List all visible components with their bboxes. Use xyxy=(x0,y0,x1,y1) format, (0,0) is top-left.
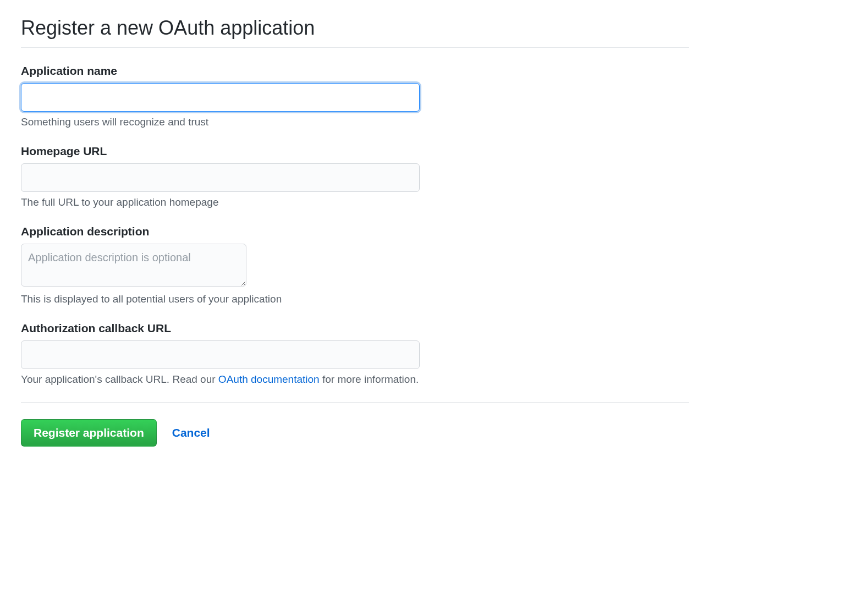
field-homepage-url: Homepage URL The full URL to your applic… xyxy=(21,145,689,208)
homepage-url-label: Homepage URL xyxy=(21,145,689,158)
page-title: Register a new OAuth application xyxy=(21,16,689,48)
callback-url-help-prefix: Your application's callback URL. Read ou… xyxy=(21,373,218,385)
homepage-url-help: The full URL to your application homepag… xyxy=(21,196,689,208)
homepage-url-input[interactable] xyxy=(21,163,420,192)
field-application-description: Application description This is displaye… xyxy=(21,225,689,305)
cancel-button[interactable]: Cancel xyxy=(172,426,210,439)
oauth-documentation-link[interactable]: OAuth documentation xyxy=(218,373,320,385)
application-name-label: Application name xyxy=(21,64,689,78)
application-name-input[interactable] xyxy=(21,83,420,112)
application-description-textarea[interactable] xyxy=(21,244,246,287)
field-callback-url: Authorization callback URL Your applicat… xyxy=(21,322,689,386)
register-application-button[interactable]: Register application xyxy=(21,419,157,447)
callback-url-input[interactable] xyxy=(21,340,420,369)
application-description-label: Application description xyxy=(21,225,689,238)
field-application-name: Application name Something users will re… xyxy=(21,64,689,128)
callback-url-label: Authorization callback URL xyxy=(21,322,689,335)
application-description-help: This is displayed to all potential users… xyxy=(21,293,689,305)
callback-url-help-suffix: for more information. xyxy=(320,373,419,385)
callback-url-help: Your application's callback URL. Read ou… xyxy=(21,373,689,386)
form-footer: Register application Cancel xyxy=(21,402,689,447)
application-name-help: Something users will recognize and trust xyxy=(21,116,689,128)
